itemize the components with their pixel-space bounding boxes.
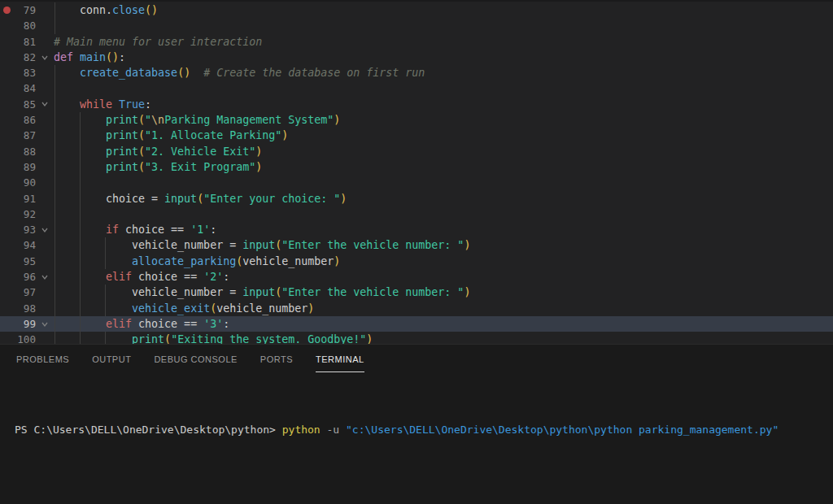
line-number: 89 <box>15 159 36 175</box>
indent-guide <box>55 316 55 332</box>
terminal-command-line: PS C:\Users\DELL\OneDrive\Desktop\python… <box>15 423 825 437</box>
code-line[interactable]: 81# Main menu for user interaction <box>0 34 833 50</box>
code-line[interactable]: 93 if choice == '1': <box>0 222 833 237</box>
code-line[interactable]: 98 vehicle_exit(vehicle_number) <box>0 301 833 316</box>
breakpoint-gutter[interactable] <box>0 206 15 222</box>
chevron-down-icon <box>41 54 49 62</box>
code-token: ( <box>138 146 145 158</box>
breakpoint-gutter[interactable] <box>0 18 15 33</box>
code-text[interactable]: def main(): <box>54 50 833 65</box>
code-token: choice == <box>132 271 203 283</box>
breakpoint-gutter[interactable] <box>0 159 15 175</box>
panel-tab-output[interactable]: OUTPUT <box>92 345 131 372</box>
breakpoint-gutter[interactable] <box>0 237 15 253</box>
terminal-prompt: PS C:\Users\DELL\OneDrive\Desktop\python… <box>15 424 276 436</box>
breakpoint-gutter[interactable] <box>0 128 15 143</box>
indent-guide <box>55 144 55 159</box>
code-token: "Enter your choice: " <box>203 193 340 205</box>
code-text[interactable]: vehicle_exit(vehicle_number) <box>54 301 833 316</box>
breakpoint-gutter[interactable] <box>0 175 15 190</box>
code-text[interactable]: conn.close() <box>54 2 833 18</box>
breakpoint-gutter[interactable] <box>0 34 15 50</box>
code-text[interactable]: print("1. Allocate Parking") <box>54 128 833 143</box>
code-token: if <box>106 224 119 236</box>
code-line[interactable]: 100 print("Exiting the system. Goodbye!"… <box>0 332 833 344</box>
code-token: () <box>145 4 158 16</box>
breakpoint-gutter[interactable] <box>0 50 15 65</box>
indent-guide <box>80 237 81 253</box>
code-text[interactable] <box>54 206 833 222</box>
breakpoint-gutter[interactable] <box>0 2 15 18</box>
breakpoint-gutter[interactable] <box>0 222 15 237</box>
code-text[interactable]: while True: <box>54 97 833 112</box>
code-line[interactable]: 88 print("2. Vehicle Exit") <box>0 144 833 159</box>
breakpoint-gutter[interactable] <box>0 285 15 300</box>
code-line[interactable]: 91 choice = input("Enter your choice: ") <box>0 191 833 206</box>
indent-guide <box>55 191 55 206</box>
code-text[interactable]: create_database() # Create the database … <box>54 65 833 80</box>
fold-gutter[interactable] <box>36 222 54 237</box>
code-text[interactable]: print("Exiting the system. Goodbye!") <box>54 332 833 344</box>
fold-gutter[interactable] <box>36 269 54 285</box>
panel-tab-problems[interactable]: PROBLEMS <box>16 345 69 372</box>
code-line[interactable]: 79 conn.close() <box>0 2 833 18</box>
panel-tab-ports[interactable]: PORTS <box>260 345 293 372</box>
indent-guide <box>80 175 81 190</box>
code-line[interactable]: 94 vehicle_number = input("Enter the veh… <box>0 237 833 253</box>
terminal[interactable]: PS C:\Users\DELL\OneDrive\Desktop\python… <box>0 372 833 504</box>
breakpoint-gutter[interactable] <box>0 144 15 159</box>
breakpoint-gutter[interactable] <box>0 269 15 285</box>
code-line[interactable]: 90 <box>0 175 833 190</box>
code-text[interactable]: allocate_parking(vehicle_number) <box>54 254 833 269</box>
fold-gutter[interactable] <box>36 50 54 65</box>
indent-guide <box>55 159 55 175</box>
code-text[interactable]: elif choice == '2': <box>54 269 833 285</box>
breakpoint-gutter[interactable] <box>0 191 15 206</box>
code-line[interactable]: 84 <box>0 80 833 96</box>
breakpoint-gutter[interactable] <box>0 301 15 316</box>
code-token: ( <box>164 333 171 344</box>
indent-guide <box>80 269 81 285</box>
code-text[interactable] <box>54 175 833 190</box>
breakpoint-gutter[interactable] <box>0 332 15 344</box>
code-line[interactable]: 96 elif choice == '2': <box>0 269 833 285</box>
code-line[interactable]: 82def main(): <box>0 50 833 65</box>
panel-tab-terminal[interactable]: TERMINAL <box>316 345 364 372</box>
code-text[interactable]: print("2. Vehicle Exit") <box>54 144 833 159</box>
code-line[interactable]: 95 allocate_parking(vehicle_number) <box>0 254 833 269</box>
code-editor[interactable]: 79 conn.close()8081# Main menu for user … <box>0 2 833 344</box>
code-text[interactable]: print("\nParking Management System") <box>54 112 833 128</box>
fold-gutter[interactable] <box>36 97 54 112</box>
breakpoint-gutter[interactable] <box>0 254 15 269</box>
code-text[interactable]: vehicle_number = input("Enter the vehicl… <box>54 237 833 253</box>
code-line[interactable]: 83 create_database() # Create the databa… <box>0 65 833 80</box>
code-token: "Exiting the system. Goodbye!" <box>171 333 366 344</box>
breakpoint-gutter[interactable] <box>0 97 15 112</box>
fold-gutter[interactable] <box>36 316 54 332</box>
code-line[interactable]: 89 print("3. Exit Program") <box>0 159 833 175</box>
code-line[interactable]: 86 print("\nParking Management System") <box>0 112 833 128</box>
code-token: choice = <box>54 193 164 205</box>
code-text[interactable]: # Main menu for user interaction <box>54 34 833 50</box>
code-line[interactable]: 92 <box>0 206 833 222</box>
code-line[interactable]: 99 elif choice == '3': <box>0 316 833 332</box>
code-text[interactable]: elif choice == '3': <box>54 316 833 332</box>
code-text[interactable] <box>54 80 833 96</box>
breakpoint-gutter[interactable] <box>0 112 15 128</box>
code-text[interactable]: choice = input("Enter your choice: ") <box>54 191 833 206</box>
code-token: : <box>119 51 125 63</box>
code-line[interactable]: 85 while True: <box>0 97 833 112</box>
code-text[interactable]: if choice == '1': <box>54 222 833 237</box>
code-line[interactable]: 80 <box>0 18 833 33</box>
breakpoint-gutter[interactable] <box>0 316 15 332</box>
code-line[interactable]: 87 print("1. Allocate Parking") <box>0 128 833 143</box>
breakpoint-gutter[interactable] <box>0 65 15 80</box>
code-line[interactable]: 97 vehicle_number = input("Enter the veh… <box>0 285 833 300</box>
code-text[interactable]: print("3. Exit Program") <box>54 159 833 175</box>
terminal-argument: "c:\Users\DELL\OneDrive\Desktop\python\p… <box>346 424 778 436</box>
code-text[interactable]: vehicle_number = input("Enter the vehicl… <box>54 285 833 300</box>
breakpoint-gutter[interactable] <box>0 80 15 96</box>
code-text[interactable] <box>54 18 833 33</box>
breakpoint-dot[interactable] <box>3 7 11 14</box>
panel-tab-debug-console[interactable]: DEBUG CONSOLE <box>154 345 237 372</box>
